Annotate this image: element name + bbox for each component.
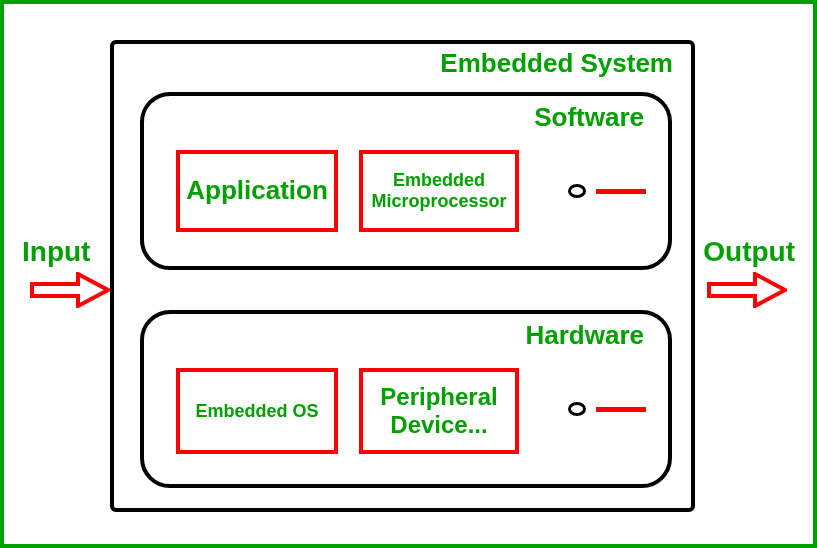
- circle-icon: [568, 402, 586, 416]
- dash-icon: [596, 407, 646, 412]
- microprocessor-box: Embedded Microprocessor: [359, 150, 519, 232]
- output-arrow-icon: [707, 272, 787, 308]
- outer-frame: Input Output Embedded System Software Ap…: [0, 0, 817, 548]
- software-title: Software: [534, 102, 644, 133]
- embedded-system-box: Embedded System Software Application Emb…: [110, 40, 695, 512]
- circle-icon: [568, 184, 586, 198]
- application-box: Application: [176, 150, 338, 232]
- dash-icon: [596, 189, 646, 194]
- hardware-panel: Hardware Embedded OS Peripheral Device..…: [140, 310, 672, 488]
- software-panel: Software Application Embedded Microproce…: [140, 92, 672, 270]
- embedded-os-box: Embedded OS: [176, 368, 338, 454]
- input-label: Input: [22, 236, 90, 268]
- hardware-title: Hardware: [526, 320, 645, 351]
- peripheral-device-box: Peripheral Device...: [359, 368, 519, 454]
- software-symbol: [568, 184, 646, 198]
- system-title: Embedded System: [440, 48, 673, 79]
- hardware-symbol: [568, 402, 646, 416]
- input-arrow-icon: [30, 272, 110, 308]
- output-label: Output: [703, 236, 795, 268]
